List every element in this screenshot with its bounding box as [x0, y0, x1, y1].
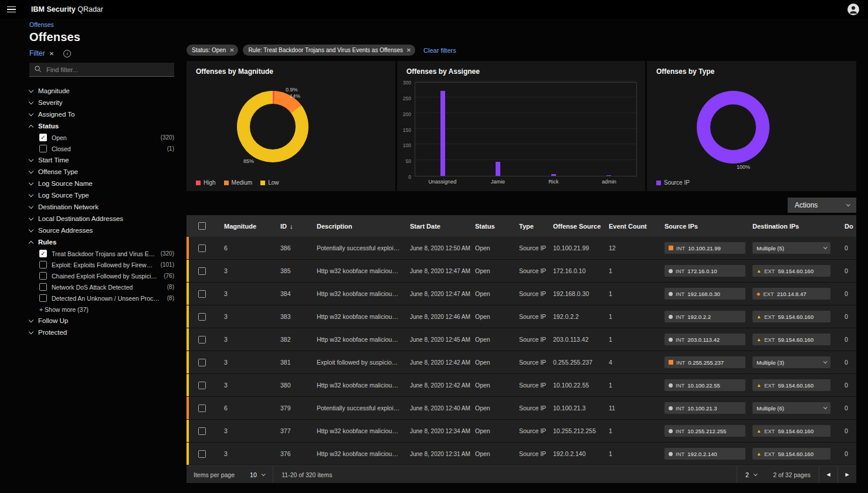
- col-header-offense-source[interactable]: Offense Source: [544, 223, 599, 230]
- source-ips-cell[interactable]: INT192.0.2.2: [655, 311, 743, 322]
- source-ips-cell[interactable]: INT192.0.2.140: [655, 448, 743, 460]
- source-ip-pill[interactable]: INT10.100.22.55: [664, 379, 745, 391]
- destination-ips-cell[interactable]: ▲EXT59.154.60.160: [743, 265, 835, 277]
- destination-ip-pill[interactable]: ▲EXT59.154.60.160: [752, 425, 830, 437]
- col-header-event-count[interactable]: Event Count: [599, 223, 655, 230]
- source-ip-pill[interactable]: INT0.255.255.237: [664, 356, 745, 368]
- next-page-button[interactable]: ▶: [838, 466, 856, 483]
- filter-option-exploit-exploits-followed-by[interactable]: Exploit: Exploits Followed by Firewall A…: [29, 259, 174, 270]
- clear-filters-link[interactable]: Clear filters: [423, 47, 456, 54]
- sidebar-section-local-destination-addresses[interactable]: Local Destination Addresses: [29, 213, 174, 225]
- filter-option-detected-an-unknown-unseen-p[interactable]: Detected An Unknown / Unseen Process (Ba…: [29, 293, 174, 304]
- filter-search[interactable]: [29, 63, 174, 77]
- sidebar-section-destination-network[interactable]: Destination Network: [29, 201, 174, 213]
- col-header-do[interactable]: Do: [835, 223, 856, 230]
- row-checkbox[interactable]: [189, 290, 215, 298]
- sidebar-section-offense-type[interactable]: Offense Type: [29, 166, 174, 178]
- col-header-description[interactable]: Description: [307, 223, 401, 230]
- col-header-magnitude[interactable]: Magnitude: [215, 223, 271, 230]
- row-checkbox[interactable]: [189, 267, 215, 275]
- table-row[interactable]: 3377Http w32 koobface malicious r...June…: [187, 420, 856, 443]
- user-avatar-icon[interactable]: [847, 3, 860, 18]
- row-checkbox[interactable]: [189, 382, 215, 389]
- destination-ips-cell[interactable]: Multiple (6): [743, 402, 835, 414]
- table-row[interactable]: 3383Http w32 koobface malicious r...June…: [187, 305, 856, 328]
- table-row[interactable]: 3385Http w32 koobface malicious r...June…: [187, 260, 856, 283]
- remove-tag-icon[interactable]: ✕: [405, 46, 413, 55]
- destination-ips-cell[interactable]: Multiple (5): [743, 242, 835, 254]
- source-ips-cell[interactable]: INT192.168.0.30: [655, 288, 743, 300]
- source-ips-cell[interactable]: INT10.100.21.99: [655, 242, 743, 254]
- destination-multiple-dropdown[interactable]: Multiple (3): [752, 356, 830, 368]
- sidebar-section-severity[interactable]: Severity: [29, 97, 174, 108]
- source-ip-pill[interactable]: INT203.0.113.42: [664, 334, 745, 345]
- row-checkbox[interactable]: [189, 450, 215, 458]
- search-input[interactable]: [46, 66, 169, 73]
- checkbox[interactable]: [39, 283, 47, 291]
- destination-ip-pill[interactable]: ◆EXT210.14.8.47: [752, 288, 830, 300]
- remove-tag-icon[interactable]: ✕: [228, 46, 236, 55]
- col-header-source-ips[interactable]: Source IPs: [655, 223, 743, 230]
- destination-ips-cell[interactable]: ▲EXT59.154.60.160: [743, 448, 835, 460]
- select-all-checkbox[interactable]: [189, 222, 215, 230]
- destination-ips-cell[interactable]: Multiple (3): [743, 356, 835, 368]
- source-ip-pill[interactable]: INT10.255.212.255: [664, 425, 745, 437]
- destination-multiple-dropdown[interactable]: Multiple (6): [752, 402, 830, 414]
- destination-multiple-dropdown[interactable]: Multiple (5): [752, 242, 830, 254]
- destination-ip-pill[interactable]: ▲EXT59.154.60.160: [752, 311, 830, 322]
- source-ips-cell[interactable]: INT10.255.212.255: [655, 425, 743, 437]
- items-per-page-select[interactable]: 10: [242, 466, 273, 483]
- destination-ips-cell[interactable]: ▲EXT59.154.60.160: [743, 334, 835, 345]
- row-checkbox[interactable]: [189, 427, 215, 435]
- filter-option-network-dos-attack-detected[interactable]: Network DoS Attack Detected(8): [29, 281, 174, 293]
- checkbox[interactable]: [39, 294, 47, 302]
- table-row[interactable]: 3376Http w32 koobface malicious r...June…: [187, 443, 856, 465]
- destination-ips-cell[interactable]: ▲EXT59.154.60.160: [743, 425, 835, 437]
- col-header-start-date[interactable]: Start Date: [401, 223, 466, 230]
- source-ips-cell[interactable]: INT172.16.0.10: [655, 265, 743, 277]
- sidebar-section-magnitude[interactable]: Magnitude: [29, 85, 174, 97]
- sidebar-section-protected[interactable]: Protected: [29, 327, 174, 338]
- table-row[interactable]: 3380Http w32 koobface malicious r...June…: [187, 374, 856, 397]
- checkbox[interactable]: ✓: [39, 134, 47, 141]
- checkbox[interactable]: [39, 145, 47, 152]
- show-more-link[interactable]: + Show more (37): [29, 304, 174, 315]
- col-header-status[interactable]: Status: [466, 223, 510, 230]
- source-ips-cell[interactable]: INT10.100.22.55: [655, 379, 743, 391]
- destination-ips-cell[interactable]: ◆EXT210.14.8.47: [743, 288, 835, 300]
- checkbox[interactable]: ✓: [39, 250, 47, 257]
- destination-ip-pill[interactable]: ▲EXT59.154.60.160: [752, 379, 830, 391]
- source-ip-pill[interactable]: INT192.0.2.2: [664, 311, 745, 322]
- source-ip-pill[interactable]: INT192.168.0.30: [664, 288, 745, 300]
- sidebar-section-log-source-name[interactable]: Log Source Name: [29, 178, 174, 189]
- table-row[interactable]: 3384Http w32 koobface malicious r...June…: [187, 283, 856, 305]
- checkbox[interactable]: [39, 261, 47, 268]
- destination-ips-cell[interactable]: ▲EXT59.154.60.160: [743, 311, 835, 322]
- previous-page-button[interactable]: ◀: [819, 466, 838, 483]
- source-ip-pill[interactable]: INT10.100.21.3: [664, 402, 745, 414]
- source-ips-cell[interactable]: INT203.0.113.42: [655, 334, 743, 345]
- table-row[interactable]: 6379Potentially successful exploit ...Ju…: [187, 397, 856, 420]
- table-row[interactable]: 6386Potentially successful exploit ...Ju…: [187, 237, 856, 260]
- source-ip-pill[interactable]: INT192.0.2.140: [664, 448, 745, 460]
- sidebar-section-status[interactable]: Status: [29, 120, 174, 132]
- table-row[interactable]: 3381Exploit followed by suspicious...Jun…: [187, 351, 856, 374]
- destination-ip-pill[interactable]: ▲EXT59.154.60.160: [752, 448, 830, 460]
- filter-option-open[interactable]: ✓Open(320): [29, 132, 174, 143]
- checkbox[interactable]: [39, 272, 47, 280]
- source-ip-pill[interactable]: INT172.16.0.10: [664, 265, 745, 277]
- row-checkbox[interactable]: [189, 404, 215, 412]
- filter-close-icon[interactable]: ✕: [49, 50, 54, 57]
- table-row[interactable]: 3382Http w32 koobface malicious r...June…: [187, 328, 856, 351]
- sidebar-section-log-source-type[interactable]: Log Source Type: [29, 189, 174, 201]
- row-checkbox[interactable]: [189, 336, 215, 344]
- row-checkbox[interactable]: [189, 244, 215, 252]
- destination-ip-pill[interactable]: ▲EXT59.154.60.160: [752, 265, 830, 277]
- breadcrumb[interactable]: Offenses: [29, 21, 54, 28]
- sidebar-section-follow-up[interactable]: Follow Up: [29, 315, 174, 327]
- actions-dropdown-button[interactable]: Actions: [788, 198, 856, 213]
- col-header-destination-ips[interactable]: Destination IPs: [743, 223, 835, 230]
- source-ips-cell[interactable]: INT10.100.21.3: [655, 402, 743, 414]
- destination-ips-cell[interactable]: ▲EXT59.154.60.160: [743, 379, 835, 391]
- row-checkbox[interactable]: [189, 359, 215, 366]
